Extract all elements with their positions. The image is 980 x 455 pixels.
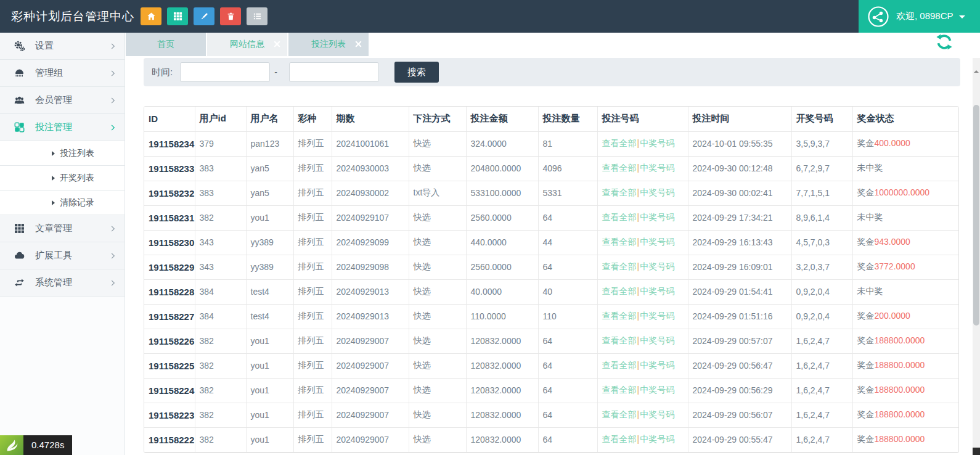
column-header-奖金状态: 奖金状态 [852, 107, 959, 131]
view-winning-numbers-link[interactable]: 查看全部|中奖号码 [602, 409, 675, 419]
tab-首页[interactable]: 首页 [126, 33, 206, 56]
view-winning-numbers-link[interactable]: 查看全部|中奖号码 [602, 434, 675, 444]
bet-numbers-cell: 查看全部|中奖号码 [597, 279, 688, 304]
prize-label: 奖金 [857, 187, 875, 197]
user-id: 379 [195, 131, 246, 156]
sidebar-item-投注列表[interactable]: 投注列表 [0, 141, 125, 166]
sidebar-subitem-label: 清除记录 [60, 197, 94, 208]
bet-numbers-cell: 查看全部|中奖号码 [597, 255, 688, 279]
bet-method: 快选 [409, 131, 466, 156]
refresh-icon[interactable] [936, 34, 953, 50]
vertical-scrollbar[interactable] [973, 58, 980, 455]
view-winning-numbers-link[interactable]: 查看全部|中奖号码 [602, 286, 675, 296]
prize-status-cell: 奖金400.0000 [852, 131, 959, 156]
toolbar-list-button[interactable] [247, 7, 267, 25]
sidebar-item-管理组[interactable]: 管理组 [0, 60, 125, 87]
view-winning-numbers-link[interactable]: 查看全部|中奖号码 [602, 261, 675, 271]
view-winning-numbers-link[interactable]: 查看全部|中奖号码 [602, 138, 675, 148]
column-header-开奖号码: 开奖号码 [791, 107, 852, 131]
sidebar-item-label: 投注管理 [35, 121, 72, 133]
bet-numbers-cell: 查看全部|中奖号码 [597, 156, 688, 181]
bet-quantity: 64 [538, 255, 597, 279]
chevron-right-icon [109, 225, 116, 232]
bet-quantity: 5331 [538, 181, 597, 205]
prize-label: 奖金 [857, 434, 875, 444]
close-icon[interactable] [274, 41, 280, 47]
view-winning-numbers-link[interactable]: 查看全部|中奖号码 [602, 360, 675, 370]
column-header-ID: ID [144, 107, 195, 131]
user-id: 384 [195, 279, 246, 304]
tab-bar: 首页网站信息投注列表 [125, 33, 980, 56]
scrollbar-up-arrow-icon[interactable] [974, 68, 979, 73]
toolbar-home-button[interactable] [141, 7, 161, 25]
sidebar-item-扩展工具[interactable]: 扩展工具 [0, 242, 125, 269]
tab-网站信息[interactable]: 网站信息 [207, 33, 287, 56]
bet-time: 2024-09-29 00:56:07 [688, 403, 791, 427]
link-part2: 中奖号码 [640, 163, 674, 173]
link-part2: 中奖号码 [640, 261, 674, 271]
sidebar-item-投注管理[interactable]: 投注管理 [0, 114, 125, 141]
grid-dark-icon [10, 223, 28, 234]
bet-method: 快选 [409, 230, 466, 255]
link-part2: 中奖号码 [640, 409, 674, 419]
column-header-投注号码: 投注号码 [597, 107, 688, 131]
sidebar-subitem-label: 投注列表 [60, 148, 94, 159]
time-to-input[interactable] [289, 62, 379, 82]
bet-id: 191158231 [144, 205, 195, 230]
view-winning-numbers-link[interactable]: 查看全部|中奖号码 [602, 335, 675, 345]
user-id: 343 [195, 230, 246, 255]
link-part2: 中奖号码 [640, 237, 674, 247]
issue-number: 20240929098 [332, 255, 409, 279]
sidebar-item-会员管理[interactable]: 会员管理 [0, 87, 125, 114]
prize-amount: 3772.0000 [875, 261, 915, 271]
no-win-label: 未中奖 [857, 212, 883, 222]
view-winning-numbers-link[interactable]: 查看全部|中奖号码 [602, 237, 675, 247]
link-part1: 查看全部 [602, 434, 637, 444]
view-winning-numbers-link[interactable]: 查看全部|中奖号码 [602, 187, 675, 197]
draw-numbers: 0,9,2,0,4 [791, 304, 852, 329]
toolbar-modules-button[interactable] [167, 7, 188, 25]
prize-label: 奖金 [857, 237, 875, 247]
toolbar-delete-button[interactable] [220, 7, 241, 25]
view-winning-numbers-link[interactable]: 查看全部|中奖号码 [602, 163, 675, 173]
tab-label: 投注列表 [311, 39, 346, 50]
issue-number: 20240929007 [332, 329, 409, 353]
bet-amount: 2560.0000 [466, 255, 538, 279]
user-menu[interactable]: 欢迎, 0898CP [859, 0, 980, 33]
prize-label: 奖金 [857, 409, 875, 419]
no-win-label: 未中奖 [857, 163, 883, 173]
sidebar-item-label: 管理组 [35, 67, 63, 79]
time-from-input[interactable] [180, 62, 270, 82]
close-icon[interactable] [355, 41, 362, 47]
draw-numbers: 1,6,2,4,7 [791, 329, 852, 353]
sidebar-item-清除记录[interactable]: 清除记录 [0, 191, 125, 215]
sidebar-item-开奖列表[interactable]: 开奖列表 [0, 166, 125, 191]
table-row: 191158225382you1排列五20240929007快选120832.0… [144, 353, 959, 378]
search-button[interactable]: 搜索 [394, 62, 439, 83]
toolbar-edit-button[interactable] [194, 7, 214, 25]
draw-numbers: 8,9,6,1,4 [791, 205, 852, 230]
prize-status-cell: 奖金3772.0000 [852, 255, 959, 279]
bet-amount: 40.0000 [466, 279, 538, 304]
top-navbar: 彩种计划后台管理中心 欢迎, 0898CP [0, 0, 980, 33]
tab-投注列表[interactable]: 投注列表 [288, 33, 369, 56]
scrollbar-thumb[interactable] [973, 105, 979, 326]
bet-id: 191158229 [144, 255, 195, 279]
bet-id: 191158225 [144, 353, 195, 378]
user-id: 382 [195, 353, 246, 378]
sidebar-item-系统管理[interactable]: 系统管理 [0, 269, 125, 297]
link-part2: 中奖号码 [640, 311, 674, 321]
user-id: 384 [195, 304, 246, 329]
sidebar-item-设置[interactable]: 设置 [0, 33, 125, 60]
prize-amount: 188800.0000 [875, 434, 925, 444]
sidebar-item-文章管理[interactable]: 文章管理 [0, 215, 125, 242]
view-winning-numbers-link[interactable]: 查看全部|中奖号码 [602, 212, 675, 222]
prize-label: 奖金 [857, 360, 875, 370]
lottery-type: 排列五 [293, 156, 332, 181]
view-winning-numbers-link[interactable]: 查看全部|中奖号码 [602, 311, 675, 321]
bet-time: 2024-09-29 00:57:07 [688, 329, 791, 353]
sidebar-item-label: 会员管理 [35, 94, 72, 106]
bets-table: ID用户id用户名彩种期数下注方式投注金额投注数量投注号码投注时间开奖号码奖金状… [144, 107, 959, 453]
view-winning-numbers-link[interactable]: 查看全部|中奖号码 [602, 385, 675, 395]
bet-id: 191158234 [144, 131, 195, 156]
